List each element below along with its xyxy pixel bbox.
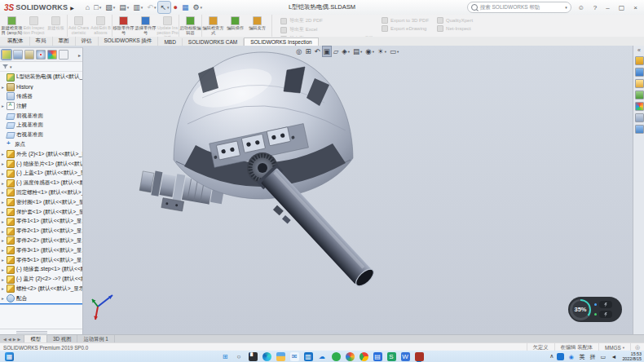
tree-item[interactable]: ▸ 固定螺栓<1> (默认<<默认>_显示 [0, 188, 82, 198]
collapse-chevron-icon[interactable]: « [637, 47, 641, 54]
ribbon-button[interactable]: 编辑操作 [224, 15, 246, 37]
ribbon-button[interactable]: Edit Inspection Project [23, 15, 45, 37]
quick-access-button[interactable]: ▧▾ [104, 2, 117, 13]
taskbar-icon[interactable]: ⊞ [221, 352, 230, 361]
taskbar-icon[interactable]: S [387, 352, 396, 361]
tree-item[interactable]: ▸ 右视基准面 [0, 130, 82, 140]
quick-access-button[interactable]: ↖▾ [158, 2, 170, 13]
tree-item[interactable]: ▸ (-) 绝缘套.step<1> (默认<<默认> [0, 265, 82, 275]
close-button[interactable]: × [631, 4, 640, 11]
chevron-down-icon[interactable]: ▾ [385, 50, 386, 54]
ribbon-button[interactable]: Add Characteristic [68, 15, 90, 37]
tab-scroll-arrow[interactable]: ▶ [13, 337, 16, 342]
ribbon-tab[interactable]: MBD [158, 38, 182, 46]
tree-item[interactable]: ▸ 上视基准面 [0, 121, 82, 130]
tree-item[interactable]: ▸ 密封圈<1> (默认<<默认>_显示状 [0, 197, 82, 207]
export-item[interactable]: 导出至 2D PDF [280, 17, 373, 24]
ribbon-tab[interactable]: SOLIDWORKS 插件 [99, 37, 159, 46]
quick-access-button[interactable]: □▾ [92, 2, 103, 13]
headsup-tool[interactable]: ↶ ▾ [314, 46, 321, 56]
ribbon-tab[interactable]: 评估 [76, 37, 99, 46]
menu-flyout-icon[interactable]: ▶ [70, 5, 74, 11]
task-pane-icon[interactable] [635, 125, 644, 134]
taskbar-icon[interactable]: ▥ [304, 352, 313, 361]
task-pane-icon[interactable] [635, 79, 644, 88]
quick-access-button[interactable]: ⌂▾ [84, 2, 91, 13]
help-button[interactable]: ? [591, 4, 599, 11]
tray-icon[interactable]: 拼 [589, 353, 596, 360]
ribbon-tab[interactable]: 装配体 [2, 37, 30, 46]
ribbon-button[interactable]: 移除零件序号 [112, 15, 135, 37]
login-user-icon[interactable]: ☺ [576, 4, 587, 11]
headsup-tool[interactable]: ⊞ ▾ [304, 46, 311, 56]
tree-filter[interactable]: ▾ [0, 62, 82, 72]
taskbar-icon[interactable]: ✉ [290, 352, 299, 361]
tree-item[interactable]: ▸ 零件1<1> (默认<<默认>_显示状态 [0, 217, 82, 227]
headsup-tool[interactable]: ◎ ▾ [295, 46, 302, 56]
battery-sub-button[interactable] [599, 311, 612, 318]
quick-access-button[interactable]: ↶▾ [145, 2, 157, 13]
ribbon-button[interactable]: 编辑检查方式 [202, 15, 224, 37]
quick-access-button[interactable]: ▦▾ [180, 2, 191, 13]
task-pane-icon[interactable] [635, 90, 644, 99]
ribbon-button[interactable]: Add/Edit Balloons [90, 15, 112, 37]
taskbar-icon[interactable] [415, 352, 424, 361]
panel-tab[interactable] [24, 50, 34, 60]
export-item[interactable]: Export to 3D PDF [382, 17, 429, 24]
taskbar-icon[interactable] [276, 352, 285, 361]
quick-access-button[interactable]: ▥▾ [131, 2, 144, 13]
tree-item[interactable]: ▸ 螺栓<2> (默认<<默认>_显示状态 [0, 285, 82, 294]
tree-item[interactable]: ▸ (-) 盖片 (2)<2> ->? (默认<<默认> [0, 275, 82, 285]
maximize-button[interactable]: ▢ [616, 4, 628, 11]
task-pane-icon[interactable] [635, 113, 644, 122]
taskbar-icon[interactable]: ▤ [373, 352, 382, 361]
tree-item[interactable]: ▸ (-) 温度传感器<1> (默认<<默认>_ [0, 179, 82, 188]
tray-icon[interactable] [557, 353, 564, 360]
tab-scroll-arrow[interactable]: ◀ [3, 337, 7, 342]
tree-item[interactable]: ▸ (-) 上盖<1> (默认<<默认>_显示状 [0, 169, 82, 179]
quick-access-button[interactable]: ●▾ [171, 2, 179, 13]
tab-scroll-arrow[interactable]: ▶ [18, 337, 21, 342]
ribbon-button[interactable]: Update Inspection Project [157, 15, 179, 37]
search-input[interactable]: 搜索 SOLIDWORKS 帮助 ▾ [467, 2, 571, 13]
ribbon-button[interactable]: 编辑卖方 [246, 15, 268, 37]
tree-item[interactable]: ▸ 零件2<1> (默认<<默认>_显示状态 [0, 227, 82, 236]
panel-tab[interactable] [13, 50, 23, 60]
headsup-tool[interactable]: ◈ ▾ [341, 46, 351, 56]
taskbar-icon[interactable] [359, 352, 368, 361]
ribbon-button[interactable]: 启动模板编辑器 [179, 15, 202, 37]
ribbon-button[interactable]: 新建检查项目 (amp;N) [1, 15, 23, 37]
export-item[interactable]: Export eDrawing [382, 25, 429, 32]
headsup-tool[interactable]: ▭ ▾ [389, 46, 399, 56]
tray-icon[interactable]: 英 [578, 353, 585, 360]
taskbar-icon[interactable]: ☁ [318, 352, 327, 361]
export-item[interactable]: QualityXpert [437, 17, 473, 24]
taskbar-icon[interactable] [346, 352, 355, 361]
taskbar-icon[interactable]: ▘ [249, 352, 258, 361]
ribbon-tab[interactable]: 布局 [30, 37, 53, 46]
tree-item[interactable]: ▸ 前视基准面 [0, 111, 82, 121]
chevron-down-icon[interactable]: ▾ [348, 50, 350, 54]
chevron-down-icon[interactable]: ▾ [373, 50, 374, 54]
task-pane-icon[interactable] [635, 102, 644, 111]
task-pane-icon[interactable] [635, 68, 644, 77]
headsup-tool[interactable]: ▣ ▾ [323, 46, 331, 56]
task-pane-icon[interactable] [635, 56, 644, 65]
ribbon-tab[interactable]: 草图 [53, 37, 76, 46]
quick-access-button[interactable]: ▤▾ [117, 2, 130, 13]
taskbar-icon[interactable] [332, 352, 341, 361]
ribbon-button[interactable]: 选择零件序号 [135, 15, 157, 37]
minimize-button[interactable]: – [603, 4, 611, 11]
chevron-down-icon[interactable]: ▾ [623, 346, 624, 350]
panel-tab[interactable] [36, 50, 46, 60]
taskbar-icon[interactable]: ○ [235, 352, 244, 361]
chevron-down-icon[interactable]: ▾ [565, 5, 567, 10]
tree-item[interactable]: ▸ 原点 [0, 140, 82, 150]
widgets-icon[interactable]: ▦ [5, 352, 14, 361]
graphics-viewport[interactable]: ◎ ▾ ⊞ ▾ ↶ ▾ ▣ ▾ ▱ ▾ ◈ ▾ ▤ ▾ ◉ ▾ ☀ ▾ ▭ ▾ [0, 46, 644, 334]
tree-item[interactable]: ▸ 保护套<1> (默认<<默认>_显示状 [0, 207, 82, 217]
ribbon-tab[interactable]: SOLIDWORKS CAM [183, 38, 244, 46]
tray-icon[interactable]: ▭ [599, 353, 607, 360]
battery-sub-button[interactable] [599, 301, 612, 308]
taskbar-icon[interactable]: W [401, 352, 410, 361]
